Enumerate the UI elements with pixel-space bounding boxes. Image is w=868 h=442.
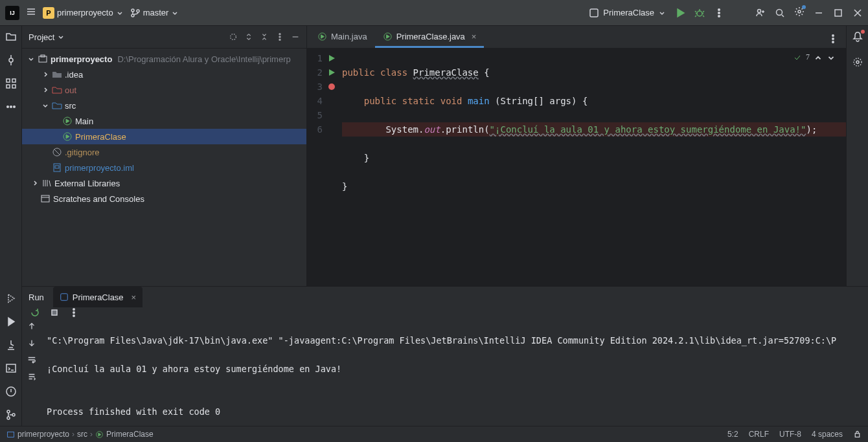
svg-rect-11 <box>835 10 841 16</box>
settings-button[interactable] <box>794 6 805 19</box>
svg-point-2 <box>137 10 139 12</box>
bc-item[interactable]: PrimeraClase <box>106 430 154 439</box>
notifications-button[interactable] <box>852 31 863 45</box>
stop-button[interactable] <box>49 307 60 318</box>
encoding[interactable]: UTF-8 <box>779 430 801 439</box>
breakpoint-icon[interactable] <box>328 83 336 91</box>
close-tab-icon[interactable]: × <box>472 32 477 41</box>
run-options-icon[interactable] <box>69 307 79 318</box>
run-tool-icon[interactable] <box>5 316 17 327</box>
svg-point-5 <box>718 8 720 10</box>
more-tools-icon[interactable] <box>5 101 17 113</box>
tree-root[interactable]: primerproyecto D:\Programación Alura y O… <box>22 51 306 67</box>
project-tool-icon[interactable] <box>5 31 17 43</box>
tree-item-idea[interactable]: .idea <box>22 67 306 82</box>
search-icon[interactable] <box>775 8 785 18</box>
tree-item-primera[interactable]: PrimeraClase <box>22 129 306 144</box>
hide-tool-icon[interactable] <box>291 32 300 41</box>
tree-path: D:\Programación Alura y Oracle\Intellij\… <box>117 54 290 64</box>
warning-check-icon <box>793 53 802 62</box>
svg-point-22 <box>7 410 10 413</box>
up-arrow-icon[interactable] <box>27 322 36 331</box>
tree-label: PrimeraClase <box>75 132 126 142</box>
svg-point-6 <box>718 12 720 14</box>
iml-icon <box>52 162 62 173</box>
svg-point-39 <box>832 35 834 36</box>
run-tab-primera[interactable]: PrimeraClase × <box>53 287 143 307</box>
chevron-down-icon[interactable] <box>827 53 836 62</box>
bc-item[interactable]: src <box>77 430 87 439</box>
caret-position[interactable]: 5:2 <box>727 430 738 439</box>
tree-item-main[interactable]: Main <box>22 113 306 129</box>
tool-options-icon[interactable] <box>275 32 284 41</box>
tree-item-scratch[interactable]: Scratches and Consoles <box>22 191 306 206</box>
svg-point-27 <box>279 36 280 38</box>
run-config-selector[interactable]: PrimeraClase <box>589 8 666 18</box>
expand-all-icon[interactable] <box>244 32 253 41</box>
project-selector[interactable]: P primerproyecto <box>43 7 124 19</box>
svg-rect-13 <box>6 79 10 82</box>
commit-tool-icon[interactable] <box>5 54 17 66</box>
collapse-all-icon[interactable] <box>260 32 269 41</box>
svg-rect-50 <box>8 432 14 437</box>
svg-point-1 <box>131 14 134 17</box>
chevron-up-icon[interactable] <box>814 53 823 62</box>
tree-label: Main <box>75 116 93 126</box>
tree-item-gitignore[interactable]: .gitignore <box>22 144 306 160</box>
build-tool-icon[interactable] <box>5 339 17 351</box>
rerun-button[interactable] <box>30 307 40 318</box>
inspection-widget[interactable]: 7 <box>793 52 836 62</box>
project-view-selector[interactable]: Project <box>29 32 65 42</box>
code-area[interactable]: public class PrimeraClase { public stati… <box>337 49 846 286</box>
line-ending[interactable]: CRLF <box>749 430 769 439</box>
problems-tool-icon[interactable] <box>5 386 17 397</box>
readonly-lock-icon[interactable] <box>853 430 862 438</box>
tree-item-iml[interactable]: primerproyecto.iml <box>22 160 306 175</box>
git-branch-selector[interactable]: master <box>130 8 179 18</box>
svg-rect-46 <box>52 310 57 315</box>
tree-item-extlib[interactable]: External Libraries <box>22 175 306 191</box>
soft-wrap-icon[interactable] <box>27 355 36 364</box>
bc-item[interactable]: primerproyecto <box>17 430 69 439</box>
run-class-icon[interactable] <box>328 54 336 62</box>
vcs-tool-icon[interactable] <box>5 409 17 421</box>
svg-point-9 <box>777 9 782 15</box>
class-runnable-icon <box>383 32 393 41</box>
tree-label: Scratches and Consoles <box>53 194 144 204</box>
gutter-icons[interactable] <box>326 49 337 286</box>
select-opened-file-icon[interactable] <box>229 32 238 41</box>
tab-options-icon[interactable] <box>828 34 838 44</box>
terminal-tool-icon[interactable] <box>5 362 17 374</box>
minimize-button[interactable] <box>814 8 824 18</box>
svg-point-17 <box>6 106 8 108</box>
tree-label: src <box>65 101 76 111</box>
close-tab-icon[interactable]: × <box>131 293 137 302</box>
svg-point-26 <box>279 34 280 35</box>
svg-rect-20 <box>6 364 16 372</box>
svg-point-8 <box>758 9 761 12</box>
ai-assist-icon[interactable] <box>852 56 863 68</box>
tree-label: External Libraries <box>54 179 120 188</box>
svg-point-41 <box>832 41 834 43</box>
breadcrumb[interactable]: primerproyecto › src › PrimeraClase <box>6 430 154 439</box>
down-arrow-icon[interactable] <box>27 338 36 348</box>
tab-primera[interactable]: PrimeraClase.java × <box>375 27 485 48</box>
structure-tool-icon[interactable] <box>5 78 17 89</box>
tab-main[interactable]: Main.java <box>310 27 375 48</box>
close-button[interactable] <box>852 8 863 18</box>
run-button[interactable] <box>675 8 685 18</box>
run-method-icon[interactable] <box>328 69 336 76</box>
scroll-end-icon[interactable] <box>27 372 36 381</box>
services-tool-icon[interactable] <box>5 293 17 304</box>
code-with-me-icon[interactable] <box>755 8 766 18</box>
tree-item-out[interactable]: out <box>22 82 306 98</box>
sidebar-title: Project <box>29 32 54 42</box>
debug-button[interactable] <box>694 8 705 18</box>
tree-item-src[interactable]: src <box>22 98 306 113</box>
console-output[interactable]: "C:\Program Files\Java\jdk-17\bin\java.e… <box>41 318 868 442</box>
main-menu-button[interactable] <box>26 6 36 19</box>
svg-rect-15 <box>12 79 16 82</box>
maximize-button[interactable] <box>833 8 843 18</box>
more-actions-icon[interactable] <box>714 8 724 18</box>
indent-setting[interactable]: 4 spaces <box>812 430 843 439</box>
